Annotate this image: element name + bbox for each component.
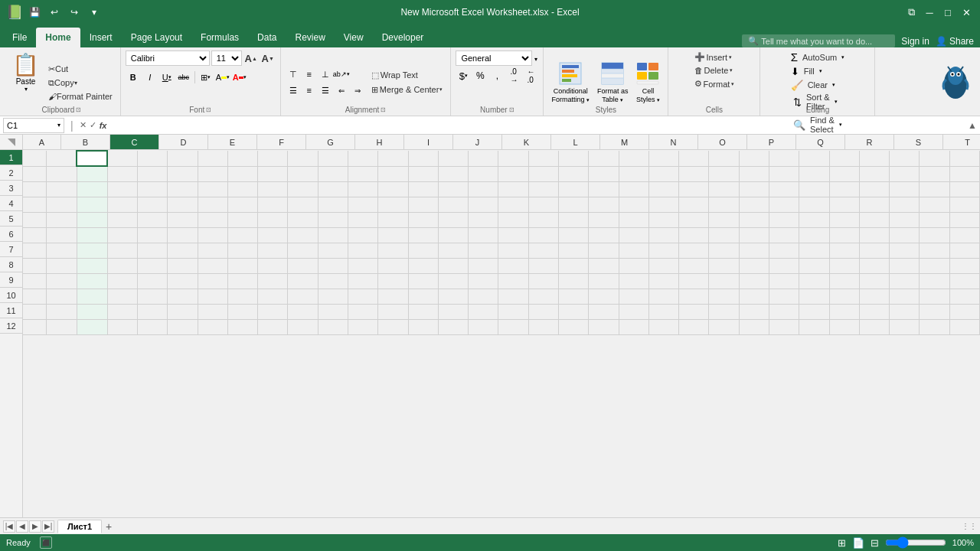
cell-AC9[interactable] <box>859 273 889 289</box>
cell-M1[interactable] <box>378 151 408 166</box>
cell-H1[interactable] <box>227 151 257 166</box>
tab-home[interactable]: Home <box>36 28 80 47</box>
cell-F1[interactable] <box>168 151 198 166</box>
cell-I6[interactable] <box>258 227 288 243</box>
percent-btn[interactable]: % <box>472 68 488 83</box>
cell-X2[interactable] <box>709 166 739 181</box>
col-header-R[interactable]: R <box>845 135 894 149</box>
cell-V6[interactable] <box>648 227 678 243</box>
cell-B5[interactable] <box>47 212 77 227</box>
row-number-7[interactable]: 7 <box>0 242 22 257</box>
cell-D4[interactable] <box>107 197 137 212</box>
cell-E11[interactable] <box>138 304 168 319</box>
strikethrough-btn[interactable]: abc <box>176 70 191 85</box>
cell-R3[interactable] <box>528 181 558 197</box>
cell-K2[interactable] <box>318 166 348 181</box>
cell-AC6[interactable] <box>859 227 889 243</box>
cell-S1[interactable] <box>559 151 589 166</box>
col-header-B[interactable]: B <box>61 135 110 149</box>
cell-G9[interactable] <box>198 273 227 289</box>
paste-btn[interactable]: 📋 Paste ▾ <box>8 51 44 114</box>
right-align-btn[interactable]: ☰ <box>318 83 333 98</box>
cell-G7[interactable] <box>198 243 227 258</box>
increase-decimal-btn[interactable]: .0→ <box>506 68 521 83</box>
cell-V10[interactable] <box>648 289 678 304</box>
row-number-11[interactable]: 11 <box>0 303 22 318</box>
cell-F8[interactable] <box>168 258 198 273</box>
cell-U12[interactable] <box>619 319 648 334</box>
cell-E4[interactable] <box>138 197 168 212</box>
cell-AF4[interactable] <box>949 197 979 212</box>
cell-AC2[interactable] <box>859 166 889 181</box>
cell-A8[interactable] <box>23 258 47 273</box>
cell-AC7[interactable] <box>859 243 889 258</box>
sign-in-btn[interactable]: Sign in <box>901 36 929 47</box>
cell-C8[interactable] <box>77 258 107 273</box>
cell-K7[interactable] <box>318 243 348 258</box>
cell-L12[interactable] <box>348 319 378 334</box>
cell-AA1[interactable] <box>799 151 829 166</box>
cell-I11[interactable] <box>258 304 288 319</box>
indent-increase-btn[interactable]: ⇒ <box>350 83 365 98</box>
font-name-select[interactable]: Calibri <box>126 51 210 66</box>
cell-V2[interactable] <box>648 166 678 181</box>
cell-K4[interactable] <box>318 197 348 212</box>
cell-Z9[interactable] <box>769 273 799 289</box>
cell-D10[interactable] <box>107 289 137 304</box>
cell-T10[interactable] <box>589 289 619 304</box>
cell-Z5[interactable] <box>769 212 799 227</box>
cell-J3[interactable] <box>288 181 318 197</box>
cell-H4[interactable] <box>227 197 257 212</box>
cell-AA11[interactable] <box>799 304 829 319</box>
cell-AE3[interactable] <box>920 181 949 197</box>
cell-AD10[interactable] <box>890 289 920 304</box>
cell-B4[interactable] <box>47 197 77 212</box>
cell-M2[interactable] <box>378 166 408 181</box>
cell-G2[interactable] <box>198 166 227 181</box>
cell-AB3[interactable] <box>829 181 859 197</box>
cell-T9[interactable] <box>589 273 619 289</box>
cell-O9[interactable] <box>438 273 468 289</box>
cell-N4[interactable] <box>408 197 438 212</box>
cell-U4[interactable] <box>619 197 648 212</box>
cell-AF12[interactable] <box>949 319 979 334</box>
font-size-select[interactable]: 11 <box>211 51 242 66</box>
cell-Y1[interactable] <box>739 151 769 166</box>
cell-P5[interactable] <box>469 212 498 227</box>
cell-AD1[interactable] <box>890 151 920 166</box>
cell-X6[interactable] <box>709 227 739 243</box>
cell-S9[interactable] <box>559 273 589 289</box>
cell-AD9[interactable] <box>890 273 920 289</box>
cell-F4[interactable] <box>168 197 198 212</box>
underline-btn[interactable]: U ▾ <box>159 70 175 85</box>
cell-AA2[interactable] <box>799 166 829 181</box>
cell-X3[interactable] <box>709 181 739 197</box>
cell-O1[interactable] <box>438 151 468 166</box>
cell-U5[interactable] <box>619 212 648 227</box>
cell-AB8[interactable] <box>829 258 859 273</box>
cell-T5[interactable] <box>589 212 619 227</box>
cell-L11[interactable] <box>348 304 378 319</box>
cell-J2[interactable] <box>288 166 318 181</box>
cell-Z4[interactable] <box>769 197 799 212</box>
cell-A12[interactable] <box>23 319 47 334</box>
cell-AF5[interactable] <box>949 212 979 227</box>
sheet-nav-last[interactable]: ▶| <box>42 520 54 533</box>
clear-btn[interactable]: Clear <box>805 79 831 91</box>
cell-K12[interactable] <box>318 319 348 334</box>
col-header-E[interactable]: E <box>208 135 257 149</box>
conditional-formatting-btn[interactable]: ConditionalFormatting ▾ <box>548 60 593 106</box>
underline-dropdown[interactable]: ▾ <box>168 74 172 80</box>
cell-H7[interactable] <box>227 243 257 258</box>
format-painter-btn[interactable]: 🖌 Format Painter <box>45 90 116 103</box>
cell-U1[interactable] <box>619 151 648 166</box>
cell-D7[interactable] <box>107 243 137 258</box>
cell-AE12[interactable] <box>920 319 949 334</box>
cell-V12[interactable] <box>648 319 678 334</box>
decrease-font-btn[interactable]: A▼ <box>260 51 276 66</box>
cell-X12[interactable] <box>709 319 739 334</box>
cell-AD7[interactable] <box>890 243 920 258</box>
cell-I9[interactable] <box>258 273 288 289</box>
cell-Z3[interactable] <box>769 181 799 197</box>
cell-Y4[interactable] <box>739 197 769 212</box>
